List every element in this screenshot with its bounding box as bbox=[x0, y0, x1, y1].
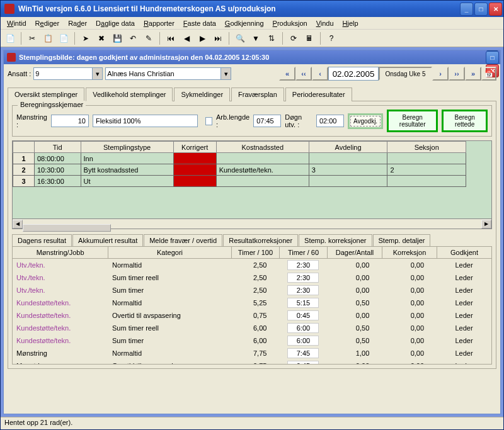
grid-row[interactable]: 108:00:00Inn bbox=[13, 153, 466, 164]
child-maximize-button[interactable]: □ bbox=[486, 51, 499, 64]
grid-header[interactable] bbox=[13, 142, 35, 153]
child-app-icon bbox=[7, 53, 16, 62]
grid-header[interactable]: Seksjon bbox=[387, 142, 466, 153]
tool-calc-icon[interactable]: 🖩 bbox=[302, 31, 316, 45]
menu-godkjenning[interactable]: Godkjenning bbox=[221, 18, 268, 28]
ansatt-label: Ansatt : bbox=[8, 70, 31, 77]
menubar: Wintid Rediger Rader Daglige data Rappor… bbox=[1, 17, 503, 30]
mdi-area: Stemplingsbilde: dagen godkjent av admin… bbox=[1, 47, 503, 417]
result-header[interactable]: Godkjent bbox=[437, 247, 491, 259]
tool-delete-icon[interactable]: ✖ bbox=[94, 31, 108, 45]
tool-undo-icon[interactable]: ↶ bbox=[126, 31, 140, 45]
grid-row[interactable]: 316:30:00Ut bbox=[13, 176, 466, 187]
minimize-button[interactable]: _ bbox=[460, 3, 473, 16]
tool-copy-icon[interactable]: 📋 bbox=[41, 31, 55, 45]
grid-header[interactable]: Avdeling bbox=[309, 142, 387, 153]
tool-new-icon[interactable]: 📄 bbox=[3, 31, 17, 45]
tool-first-icon[interactable]: ⏮ bbox=[164, 31, 178, 45]
menu-vindu[interactable]: Vindu bbox=[312, 18, 338, 28]
chevron-down-icon[interactable]: ▾ bbox=[220, 68, 231, 79]
monstring-desc-input[interactable] bbox=[93, 115, 198, 127]
status-text: Hentet opp 21 rad(er). bbox=[4, 419, 72, 426]
tab-melde-fravaer[interactable]: Melde fravær / overtid bbox=[144, 234, 222, 246]
result-header[interactable]: Korreksjon bbox=[382, 247, 437, 259]
grid-header[interactable]: Stemplingstype bbox=[81, 142, 173, 153]
menu-hjelp[interactable]: Hjelp bbox=[339, 18, 362, 28]
tool-insert-icon[interactable]: ➤ bbox=[79, 31, 93, 45]
tool-last-icon[interactable]: ⏭ bbox=[211, 31, 225, 45]
lower-tabs: Dagens resultat Akkumulert resultat Meld… bbox=[12, 234, 492, 246]
tab-akkumulert[interactable]: Akkumulert resultat bbox=[72, 234, 143, 246]
menu-rapporter[interactable]: Rapporter bbox=[140, 18, 178, 28]
nav-prev-week-button[interactable]: ‹‹ bbox=[295, 67, 312, 81]
menu-rader[interactable]: Rader bbox=[64, 18, 91, 28]
tab-resultatkorr[interactable]: Resultatkorreksjoner bbox=[223, 234, 298, 246]
chevron-down-icon[interactable]: ▾ bbox=[92, 68, 102, 79]
tab-sykmeldinger[interactable]: Sykmeldinger bbox=[174, 88, 230, 101]
result-header[interactable]: Timer / 60 bbox=[279, 247, 327, 259]
tab-oversikt[interactable]: Oversikt stemplinger bbox=[8, 88, 84, 101]
close-button[interactable]: ✕ bbox=[489, 3, 502, 16]
grid-scrollbar[interactable]: ◀ ▶ bbox=[12, 219, 492, 229]
grid-header[interactable]: Tid bbox=[34, 142, 81, 153]
grid-row[interactable]: 210:30:00Bytt kostnadsstedKundestøtte/te… bbox=[13, 164, 466, 176]
avgodkj-button[interactable]: Avgodkj. bbox=[348, 113, 383, 129]
tab-stemp-detaljer[interactable]: Stemp. detaljer bbox=[373, 234, 431, 246]
nav-next-button[interactable]: › bbox=[432, 67, 449, 81]
result-row: Utv./tekn.Sum timer reell2,502:300,000,0… bbox=[13, 271, 491, 284]
menu-faste[interactable]: Faste data bbox=[180, 18, 220, 28]
nav-last-button[interactable]: » bbox=[465, 67, 481, 81]
result-header[interactable]: Timer / 100 bbox=[231, 247, 279, 259]
app-icon bbox=[4, 4, 14, 14]
tool-prev-icon[interactable]: ◀ bbox=[180, 31, 193, 45]
beregn-resultater-button[interactable]: Beregn resultater bbox=[387, 110, 438, 132]
result-header[interactable]: Kategori bbox=[108, 247, 232, 259]
employee-row: Ansatt : 9 ▾ Alnæs Hans Christian ▾ « ‹‹… bbox=[8, 67, 496, 81]
ansatt-name-combo[interactable]: Alnæs Hans Christian ▾ bbox=[105, 67, 231, 80]
scroll-right-icon[interactable]: ▶ bbox=[481, 220, 491, 229]
ansatt-id-combo[interactable]: 9 ▾ bbox=[33, 67, 103, 80]
menu-wintid[interactable]: Wintid bbox=[3, 18, 30, 28]
tool-next-icon[interactable]: ▶ bbox=[195, 31, 209, 45]
tab-perioderesultater[interactable]: Perioderesultater bbox=[285, 88, 352, 101]
tool-refresh-icon[interactable]: ⟳ bbox=[287, 31, 301, 45]
result-header[interactable]: Dager/Antall bbox=[328, 247, 382, 259]
scroll-left-icon[interactable]: ◀ bbox=[13, 220, 23, 229]
tool-sql-icon[interactable]: 🔍 bbox=[233, 31, 247, 45]
monstring-input[interactable] bbox=[51, 115, 89, 127]
tool-edit-icon[interactable]: ✎ bbox=[142, 31, 156, 45]
maximize-button[interactable]: □ bbox=[474, 3, 488, 16]
grid-header[interactable]: Korrigert bbox=[173, 142, 216, 153]
result-row: Kundestøtte/tekn.Normaltid5,255:150,500,… bbox=[13, 297, 491, 309]
menu-produksjon[interactable]: Produksjon bbox=[269, 18, 311, 28]
result-row: Kundestøtte/tekn.Sum timer6,006:000,500,… bbox=[13, 334, 491, 347]
tool-filter-icon[interactable]: ▼ bbox=[249, 31, 263, 45]
result-header[interactable]: Mønstring/Jobb bbox=[13, 247, 108, 259]
beregning-fieldset: Beregningsskjemaer Mønstring : Arb.lengd… bbox=[12, 105, 492, 137]
tab-dagens-resultat[interactable]: Dagens resultat bbox=[12, 234, 72, 246]
tool-paste-icon[interactable]: 📄 bbox=[57, 31, 71, 45]
menu-rediger[interactable]: Rediger bbox=[32, 18, 64, 28]
nav-next-week-button[interactable]: ›› bbox=[449, 67, 465, 81]
titlebar: WinTid versjon 6.6.0 Lisensiert til Hund… bbox=[1, 1, 503, 17]
nav-prev-button[interactable]: ‹ bbox=[312, 67, 328, 81]
tool-save-icon[interactable]: 💾 bbox=[110, 31, 124, 45]
date-input[interactable] bbox=[328, 67, 379, 81]
tool-cut-icon[interactable]: ✂ bbox=[25, 31, 39, 45]
child-titlebar: Stemplingsbilde: dagen godkjent av admin… bbox=[4, 50, 500, 64]
grid-header[interactable]: Kostnadssted bbox=[216, 142, 309, 153]
dogn-input[interactable] bbox=[316, 115, 344, 127]
tab-stemp-korr[interactable]: Stemp. korreksjoner bbox=[299, 234, 372, 246]
beregn-rettede-button[interactable]: Beregn rettede bbox=[442, 110, 488, 132]
tab-fravaersplan[interactable]: Fraværsplan bbox=[231, 88, 284, 101]
tool-help-icon[interactable]: ? bbox=[324, 31, 338, 45]
window-title: WinTid versjon 6.6.0 Lisensiert til Hund… bbox=[17, 4, 460, 13]
tool-sort-icon[interactable]: ⇅ bbox=[265, 31, 278, 45]
result-scroll[interactable]: Utv./tekn.Normaltid2,502:300,000,00Leder… bbox=[12, 259, 492, 365]
nav-first-button[interactable]: « bbox=[279, 67, 295, 81]
calendar-icon[interactable]: 📅 bbox=[481, 67, 496, 81]
arblengde-input[interactable] bbox=[253, 115, 281, 127]
menu-daglige[interactable]: Daglige data bbox=[92, 18, 139, 28]
arblengde-checkbox[interactable] bbox=[205, 117, 212, 125]
tab-vedlikehold[interactable]: Vedlikehold stemplinger bbox=[86, 88, 173, 101]
